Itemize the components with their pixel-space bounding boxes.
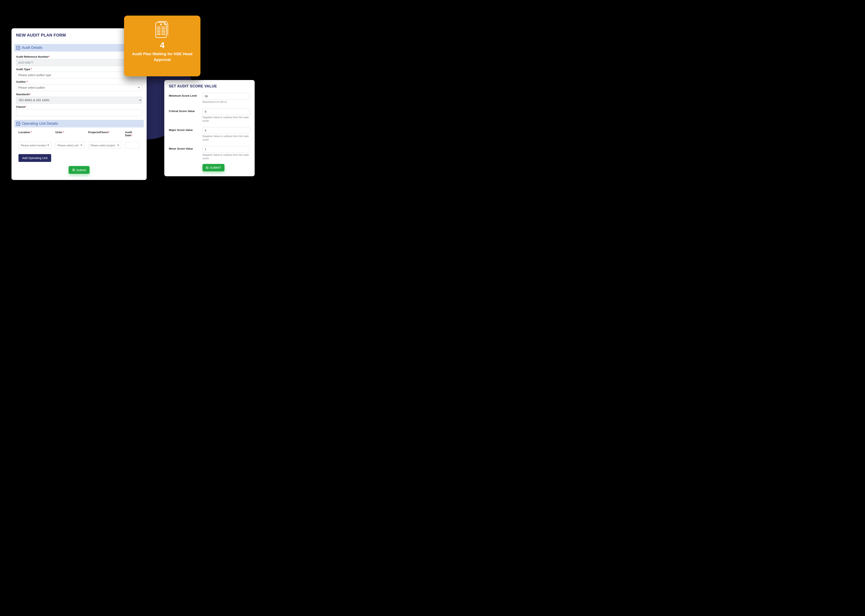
add-operating-unit-button[interactable]: Add Operating Unit [19,154,51,162]
submit-label: Submit [76,168,86,172]
audit-type-select[interactable]: Please select auditor type [16,72,142,79]
section-operating-unit-details[interactable]: + Operating Unit Details [14,120,144,127]
audit-date-input[interactable] [125,142,140,149]
major-score-label: Major Score Value [169,127,200,132]
operating-unit-input-row: Please select location Please select uni… [11,141,147,149]
clause-label: Clause* [16,105,142,108]
audit-ref-input: AUD-00077 [16,59,142,66]
document-icon [154,21,170,39]
auditor-label: Auditor * [16,80,142,83]
chevron-down-icon [117,145,119,146]
submit-label: SUBMIT [210,166,221,169]
min-score-input[interactable]: 96 [202,93,250,99]
waiting-count: 4 [160,41,164,50]
minor-score-hint: Negative Value to subtract from the main… [202,153,250,160]
chevron-down-icon [138,87,140,88]
critical-score-label: Critical Score Value [169,108,200,113]
svg-point-0 [161,24,161,25]
audit-type-label: Audit Type * [16,68,142,71]
section-label: Operating Unit Details [22,121,58,126]
minor-score-label: Minor Score Value [169,146,200,150]
units-col-label: Units * [55,131,84,137]
page-title: SET AUDIT SCORE VALUE [169,84,250,88]
location-placeholder: Please select location [21,144,47,147]
waiting-text: Audit Plan Waiting for HSE Head Approval [124,51,200,62]
save-icon [72,168,75,171]
critical-score-input[interactable]: 8 [202,108,250,115]
chevron-down-icon [47,145,49,146]
audit-type-placeholder: Please select auditor type [18,74,51,77]
projects-placeholder: Please select project [91,144,115,147]
minor-score-input[interactable]: 1 [202,146,250,152]
auditor-select[interactable]: Please select auditor [16,84,142,91]
standards-label: Standards* [16,93,142,96]
projects-select[interactable]: Please select project [88,142,121,149]
section-label: Audit Details [22,46,43,50]
submit-button[interactable]: SUBMIT [202,164,224,171]
location-select[interactable]: Please select location [19,142,52,149]
audit-ref-label: Audit Reference Number* [16,55,142,58]
auditor-placeholder: Please select auditor [18,86,45,89]
units-select[interactable]: Please select unit [55,142,84,149]
major-score-input[interactable]: 4 [202,127,250,134]
critical-score-hint: Negative Value to subtract from the main… [202,116,250,123]
audit-date-col-label: Audit Date* [125,131,140,137]
projects-col-label: Projects/Floors* [88,131,121,137]
min-score-hint: Maxmimum of 100 % [202,101,250,104]
save-icon [206,166,209,169]
plus-icon: + [16,46,20,50]
audit-plan-waiting-card[interactable]: 4 Audit Plan Waiting for HSE Head Approv… [124,16,200,76]
min-score-label: Minimum Score Limit [169,93,200,97]
plus-icon: + [16,122,20,126]
clause-input[interactable] [16,109,142,116]
standards-select[interactable]: ISO 45001 & ISO 14001 [16,97,142,104]
chevron-down-icon [80,145,82,146]
page-title: NEW AUDIT PLAN FORM [16,33,142,38]
location-col-label: Location * [19,131,52,137]
units-placeholder: Please select unit [58,144,79,147]
operating-unit-header-row: Location * Units * Projects/Floors* Audi… [11,129,147,137]
audit-ref-value: AUD-00077 [18,61,33,64]
submit-button[interactable]: Submit [69,166,90,174]
set-audit-score-card: SET AUDIT SCORE VALUE Minimum Score Limi… [164,80,255,176]
major-score-hint: Negative Value to subtract from the main… [202,135,250,141]
